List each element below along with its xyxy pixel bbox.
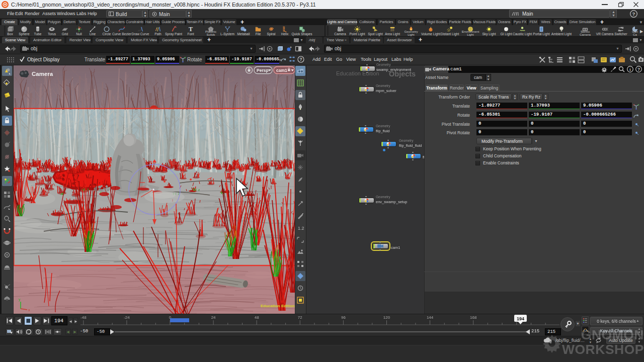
svg-text:-24: -24 xyxy=(124,315,130,320)
svg-text:48: 48 xyxy=(255,315,259,320)
svg-text:x: x xyxy=(28,308,30,312)
svg-text:168: 168 xyxy=(470,315,477,320)
svg-text:24: 24 xyxy=(211,315,216,320)
svg-text:T: T xyxy=(189,26,193,33)
svg-text:72: 72 xyxy=(298,315,302,320)
svg-text:cam1: cam1 xyxy=(276,68,287,73)
svg-text:?: ? xyxy=(637,67,640,72)
svg-text:1.2: 1.2 xyxy=(298,226,304,231)
svg-text:y: y xyxy=(19,298,21,302)
svg-text:120: 120 xyxy=(383,315,390,320)
svg-text:?: ? xyxy=(299,57,302,62)
svg-text:Camera: Camera xyxy=(32,71,53,77)
svg-text:-48: -48 xyxy=(80,315,87,320)
svg-text:i: i xyxy=(629,67,631,72)
svg-text:Persp: Persp xyxy=(257,68,269,73)
svg-text:?: ? xyxy=(632,11,635,17)
svg-text:144: 144 xyxy=(427,315,434,320)
svg-text:Education Edition: Education Edition xyxy=(261,304,295,308)
svg-text:96: 96 xyxy=(341,315,346,320)
svg-text:194: 194 xyxy=(517,316,524,321)
